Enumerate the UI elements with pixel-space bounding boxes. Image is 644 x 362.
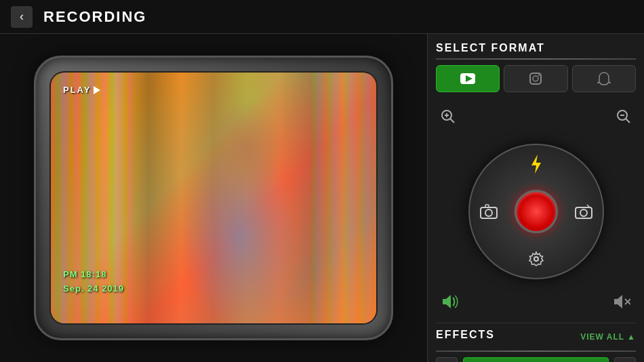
effects-title: EFFECTS <box>436 329 495 341</box>
effects-nav: ◄ E1 ► <box>436 357 636 362</box>
flash-button[interactable] <box>523 150 550 178</box>
svg-line-6 <box>450 119 454 123</box>
effects-next-button[interactable]: ► <box>614 357 636 362</box>
record-button[interactable] <box>515 190 558 233</box>
select-format-title: SELECT FORMAT <box>436 42 636 54</box>
tv-screen: PLAY PM 18:18 Sep. 24 2019 <box>49 71 378 325</box>
zoom-out-button[interactable] <box>611 104 636 129</box>
svg-point-3 <box>533 76 538 81</box>
svg-marker-12 <box>531 155 541 174</box>
tab-snapchat[interactable] <box>572 65 636 92</box>
camera-back-button[interactable] <box>570 198 597 225</box>
control-wheel-area <box>436 138 636 285</box>
effects-section: EFFECTS VIEW ALL ▲ ◄ E1 ► <box>436 323 636 362</box>
volume-row <box>436 291 636 316</box>
svg-point-17 <box>580 209 587 216</box>
tab-instagram[interactable] <box>504 65 567 92</box>
effects-current: E1 <box>463 357 609 362</box>
svg-point-14 <box>485 209 492 216</box>
volume-off-button[interactable] <box>613 294 630 313</box>
tv-frame: PLAY PM 18:18 Sep. 24 2019 <box>34 56 393 340</box>
effects-divider <box>436 350 636 352</box>
select-format-section: SELECT FORMAT <box>436 42 636 95</box>
view-all-button[interactable]: VIEW ALL ▲ <box>580 332 636 342</box>
volume-on-icon <box>441 294 459 309</box>
camera-back-icon <box>575 204 592 219</box>
format-tabs <box>436 65 636 92</box>
preview-area: PLAY PM 18:18 Sep. 24 2019 <box>0 34 427 362</box>
right-panel: SELECT FORMAT <box>427 34 644 362</box>
wheel-background <box>468 144 604 279</box>
snapchat-icon <box>597 71 611 86</box>
camera-front-button[interactable] <box>475 198 502 225</box>
svg-line-10 <box>626 119 630 123</box>
tab-youtube[interactable] <box>436 65 500 92</box>
main-layout: PLAY PM 18:18 Sep. 24 2019 SELECT FORMAT <box>0 34 644 362</box>
camera-front-icon <box>480 204 498 219</box>
settings-button[interactable] <box>523 245 550 273</box>
effects-prev-button[interactable]: ◄ <box>436 357 458 362</box>
svg-marker-20 <box>614 295 622 308</box>
back-button[interactable]: ‹ <box>11 6 33 28</box>
tv-image <box>51 73 376 323</box>
zoom-out-icon <box>616 108 632 125</box>
zoom-in-button[interactable] <box>436 104 460 129</box>
format-divider <box>436 58 636 60</box>
volume-off-icon <box>613 294 630 309</box>
effects-header: EFFECTS VIEW ALL ▲ <box>436 329 636 345</box>
zoom-row <box>436 102 636 132</box>
wheel-container <box>468 144 604 279</box>
volume-on-button[interactable] <box>441 294 459 313</box>
page-title: RECORDING <box>43 8 146 26</box>
svg-rect-15 <box>485 205 489 207</box>
svg-point-4 <box>538 75 540 76</box>
svg-marker-19 <box>443 295 451 308</box>
flash-icon <box>529 155 544 174</box>
instagram-icon <box>529 72 542 85</box>
person-shape <box>51 73 376 323</box>
svg-point-18 <box>534 257 538 261</box>
settings-icon <box>528 251 544 267</box>
youtube-icon <box>460 73 475 84</box>
zoom-in-icon <box>440 108 456 125</box>
header: ‹ RECORDING <box>0 0 644 34</box>
